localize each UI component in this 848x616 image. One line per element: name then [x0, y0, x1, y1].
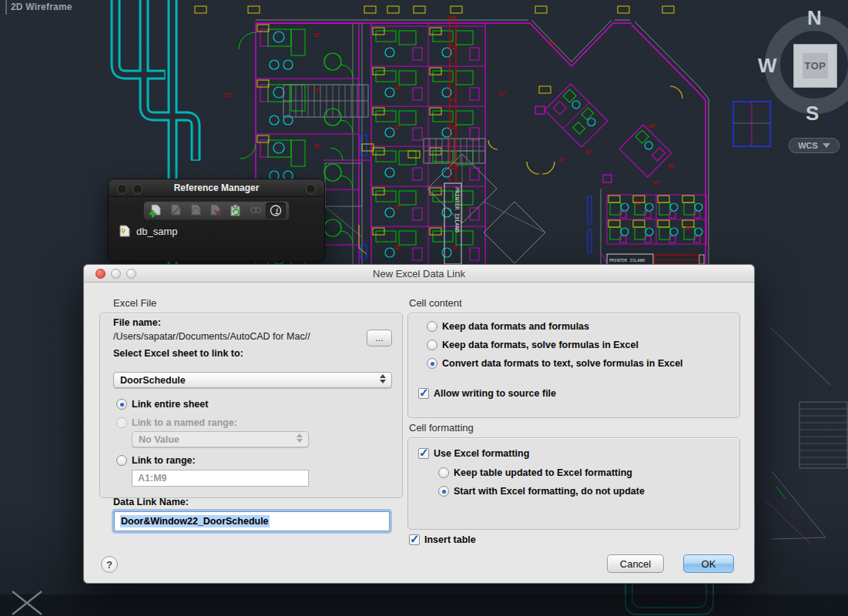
stepper-arrows-icon: [297, 434, 303, 443]
reference-item-label: db_samp: [136, 226, 177, 237]
info-icon: i: [269, 204, 283, 217]
visual-style-label[interactable]: 2D Wireframe: [11, 2, 72, 12]
autocad-viewport: PRINTER ISLANDPRINTER ISLAND 2D Wirefram…: [0, 0, 848, 616]
reload-reference-button[interactable]: [226, 203, 246, 219]
right-edge-structures: [764, 327, 847, 544]
detach-reference-button[interactable]: [206, 203, 226, 219]
cancel-button[interactable]: Cancel: [607, 554, 664, 573]
dialog-titlebar[interactable]: New Excel Data Link: [84, 265, 754, 283]
link-named-range-label: Link to a named range:: [132, 417, 237, 428]
elevator-core: [427, 86, 682, 263]
printer-island-horizontal: PRINTER ISLAND: [588, 189, 706, 266]
link-named-range-radio[interactable]: [116, 417, 127, 428]
excel-file-section-label: Excel File: [113, 297, 156, 309]
palette-action-button[interactable]: [306, 184, 316, 194]
start-with-formatting-radio[interactable]: [438, 486, 449, 497]
reference-manager-toolbar: i: [143, 201, 290, 220]
insert-table-label: Insert table: [424, 534, 476, 545]
chevron-down-icon: [823, 143, 830, 148]
link-entire-sheet-label: Link entire sheet: [132, 399, 208, 410]
diagonal-cubicles: [545, 84, 672, 184]
wcs-label: WCS: [798, 141, 818, 150]
bottom-shade: [0, 594, 848, 616]
dialog-zoom-button[interactable]: [126, 269, 136, 279]
file-path-text: /Users/sapatar/Documents/AutoCAD for Mac…: [113, 331, 310, 342]
open-page-icon: [189, 204, 203, 217]
sheet-select-dropdown[interactable]: DoorSchedule: [113, 372, 392, 388]
wcs-dropdown[interactable]: WCS: [789, 138, 840, 153]
convert-to-text-radio[interactable]: [427, 358, 437, 369]
file-name-label: File name:: [113, 317, 161, 328]
attach-reference-button[interactable]: [146, 203, 166, 219]
insert-table-checkbox[interactable]: [409, 534, 420, 545]
keep-table-updated-radio[interactable]: [438, 467, 449, 478]
keep-formats-formulas-label: Keep data formats and formulas: [442, 321, 589, 332]
unload-reference-button[interactable]: [246, 203, 266, 219]
select-sheet-label: Select Excel sheet to link to:: [113, 348, 243, 359]
blue-room: [733, 102, 770, 146]
open-reference-button[interactable]: [186, 203, 206, 219]
viewcube-top-label: TOP: [803, 53, 828, 79]
svg-text:i: i: [275, 207, 280, 216]
cell-content-section-label: Cell content: [409, 297, 462, 309]
browse-button[interactable]: ...: [367, 330, 392, 346]
link-to-range-radio[interactable]: [116, 455, 127, 466]
palette-close-button[interactable]: [117, 184, 127, 194]
viewport-label-divider: [5, 0, 7, 15]
allow-writing-label: Allow writing to source file: [434, 388, 556, 399]
keep-formats-solve-label: Keep data formats, solve formulas in Exc…: [442, 340, 639, 350]
dialog-minimize-button[interactable]: [111, 269, 121, 279]
link-chain-icon: [249, 204, 263, 217]
printer-island-horizontal-label: PRINTER ISLAND: [609, 258, 645, 263]
compass-north[interactable]: N: [807, 6, 822, 30]
reload-clipboard-icon: [229, 204, 243, 217]
compass-south[interactable]: S: [806, 102, 819, 126]
keep-formats-solve-radio[interactable]: [427, 340, 437, 350]
allow-writing-checkbox[interactable]: [418, 388, 429, 399]
reference-info-button[interactable]: i: [266, 203, 286, 219]
sheet-select-value: DoorSchedule: [120, 375, 186, 386]
named-range-value: No Value: [139, 434, 179, 445]
reference-manager-title: Reference Manager: [174, 182, 260, 193]
viewcube-top-face[interactable]: TOP: [793, 44, 837, 88]
ucs-cross-icon: [8, 587, 45, 616]
ok-button[interactable]: OK: [683, 554, 734, 573]
keep-formats-formulas-radio[interactable]: [427, 321, 437, 332]
data-link-name-input[interactable]: Door&Window22_DoorSchedule: [114, 511, 390, 531]
stepper-arrows-icon: [380, 374, 386, 383]
keep-table-updated-label: Keep table updated to Excel formatting: [454, 467, 632, 478]
convert-to-text-label: Convert data formats to text, solve form…: [442, 358, 683, 369]
range-input[interactable]: A1:M9: [132, 470, 309, 487]
link-entire-sheet-radio[interactable]: [116, 399, 127, 410]
detach-page-icon: [209, 204, 223, 217]
dialog-close-button[interactable]: [96, 269, 106, 279]
edit-page-icon: [169, 204, 183, 217]
dialog-title: New Excel Data Link: [373, 268, 465, 280]
cell-formatting-section-label: Cell formatting: [409, 422, 474, 434]
range-input-value: A1:M9: [138, 473, 167, 484]
start-with-formatting-label: Start with Excel formatting, do not upda…: [454, 486, 645, 497]
attach-page-icon: [149, 204, 163, 217]
reference-manager-palette: Reference Manager: [108, 179, 325, 262]
palette-collapse-button[interactable]: [132, 184, 142, 194]
drawing-file-icon: [119, 225, 130, 237]
link-to-range-label: Link to range:: [132, 455, 196, 466]
data-link-name-value: Door&Window22_DoorSchedule: [120, 515, 270, 527]
compass-west[interactable]: W: [758, 54, 777, 78]
reference-list-item[interactable]: db_samp: [119, 225, 177, 237]
use-excel-formatting-checkbox[interactable]: [418, 448, 429, 459]
new-excel-data-link-dialog: New Excel Data Link Excel File File name…: [83, 264, 755, 584]
use-excel-formatting-label: Use Excel formatting: [434, 448, 529, 459]
data-link-name-label: Data Link Name:: [113, 497, 189, 507]
edit-reference-button[interactable]: [166, 203, 186, 219]
named-range-dropdown: No Value: [132, 431, 309, 447]
printer-island-vertical-label: PRINTER ISLAND: [454, 187, 460, 233]
printer-island-vertical: PRINTER ISLAND: [444, 17, 461, 264]
help-button[interactable]: ?: [101, 556, 118, 573]
